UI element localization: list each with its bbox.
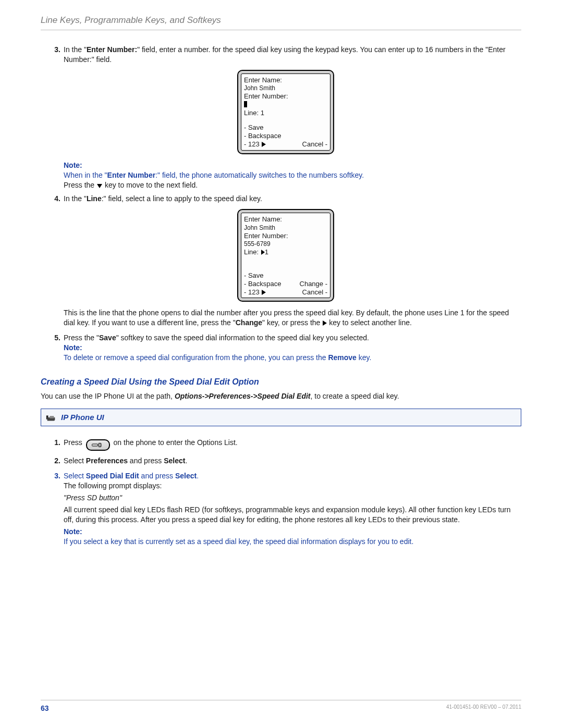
prompt-text: "Press SD button" bbox=[64, 493, 521, 503]
chapter-title: Line Keys, Programmable Keys, and Softke… bbox=[41, 15, 221, 27]
step-body: Select Speed Dial Edit and press Select.… bbox=[64, 471, 521, 546]
line: John Smith bbox=[244, 84, 327, 92]
step-4: 4. In the "Line:" field, select a line t… bbox=[50, 194, 521, 204]
note-text: When in the "Enter Number:" field, the p… bbox=[64, 170, 521, 180]
softkey-row: - Backspace Change - bbox=[244, 280, 327, 288]
svg-rect-1 bbox=[92, 444, 98, 446]
line: Line: 1 bbox=[244, 109, 327, 117]
blue-text: Select Speed Dial Edit and press Select. bbox=[64, 472, 199, 480]
arrow-right-icon bbox=[261, 250, 265, 255]
cursor-row bbox=[244, 101, 327, 109]
step-b2: 2. Select Preferences and press Select. bbox=[50, 456, 521, 466]
step-b3: 3. Select Speed Dial Edit and press Sele… bbox=[50, 471, 521, 546]
step-num: 4. bbox=[50, 194, 60, 204]
options-button-icon bbox=[86, 439, 110, 451]
softkey-cancel: Cancel - bbox=[302, 140, 327, 149]
ip-phone-ui-box: IP Phone UI bbox=[41, 409, 521, 426]
line: Enter Number: bbox=[244, 232, 327, 240]
field-name: Enter Number: bbox=[87, 45, 137, 54]
note-label: Note: bbox=[64, 343, 521, 353]
phone-screen-2: Enter Name: John Smith Enter Number: 555… bbox=[237, 209, 334, 302]
note-text: To delete or remove a speed dial configu… bbox=[64, 353, 521, 363]
step-num: 5. bbox=[50, 333, 60, 363]
text: In the " bbox=[64, 45, 87, 54]
softkey-backspace: - Backspace bbox=[244, 132, 327, 140]
arrow-down-icon bbox=[97, 184, 102, 188]
page: Line Keys, Programmable Keys, and Softke… bbox=[0, 0, 563, 728]
softkey-bottom-row: - 123 Cancel - bbox=[244, 140, 327, 149]
softkey-area: - Save - Backspace - 123 Cancel - bbox=[244, 124, 327, 149]
arrow-right-icon bbox=[262, 290, 266, 295]
note-text: If you select a key that is currently se… bbox=[64, 537, 521, 547]
softkey-backspace: - Backspace bbox=[244, 280, 282, 288]
softkey-change: Change - bbox=[300, 280, 327, 288]
softkey-mode: - 123 bbox=[244, 288, 266, 297]
doc-revision: 41-001451-00 REV00 – 07.2011 bbox=[446, 704, 521, 713]
led-paragraph: All current speed dial key LEDs flash RE… bbox=[64, 505, 521, 525]
note-block: Note: When in the "Enter Number:" field,… bbox=[64, 161, 521, 190]
content-column: 3. In the "Enter Number:" field, enter a… bbox=[50, 45, 521, 547]
line: John Smith bbox=[244, 224, 327, 232]
softkey-cancel: Cancel - bbox=[302, 288, 327, 297]
softkey-mode: - 123 bbox=[244, 140, 266, 149]
subsection-intro: You can use the IP Phone UI at the path,… bbox=[41, 391, 521, 401]
footer: 63 41-001451-00 REV00 – 07.2011 bbox=[41, 700, 521, 713]
line: Enter Name: bbox=[244, 215, 327, 224]
step-body: In the "Enter Number:" field, enter a nu… bbox=[64, 45, 521, 65]
phone-icon bbox=[45, 413, 57, 422]
step-5: 5. Press the "Save" softkey to save the … bbox=[50, 333, 521, 363]
step-b1: 1. Press on the phone to enter the Optio… bbox=[50, 438, 521, 451]
step-num: 3. bbox=[50, 471, 60, 546]
line-row: Line: 1 bbox=[244, 248, 327, 256]
chapter-header: Line Keys, Programmable Keys, and Softke… bbox=[41, 15, 521, 30]
step-body: In the "Line:" field, select a line to a… bbox=[64, 194, 521, 204]
phone-screen-1: Enter Name: John Smith Enter Number: Lin… bbox=[237, 70, 334, 154]
arrow-right-icon bbox=[262, 142, 266, 147]
step-num: 2. bbox=[50, 456, 60, 466]
subsection-heading: Creating a Speed Dial Using the Speed Di… bbox=[41, 376, 521, 388]
line: 555-6789 bbox=[244, 240, 327, 248]
softkey-save: - Save bbox=[244, 272, 327, 280]
following-prompt: The following prompt displays: bbox=[64, 481, 521, 491]
ip-phone-ui-label: IP Phone UI bbox=[61, 412, 104, 423]
step-num: 1. bbox=[50, 438, 60, 451]
press-key-line: Press the key to move to the next field. bbox=[64, 180, 521, 190]
phone-inner: Enter Name: John Smith Enter Number: 555… bbox=[241, 213, 331, 298]
softkey-area: - Save - Backspace Change - - 123 Cancel… bbox=[244, 272, 327, 297]
step-num: 3. bbox=[50, 45, 60, 65]
svg-rect-0 bbox=[50, 416, 54, 419]
line-explanation: This is the line that the phone opens to… bbox=[64, 308, 521, 328]
softkey-save: - Save bbox=[244, 124, 327, 132]
step-body: Press on the phone to enter the Options … bbox=[64, 438, 521, 451]
step-body: Select Preferences and press Select. bbox=[64, 456, 521, 466]
step-body: Press the "Save" softkey to save the spe… bbox=[64, 333, 521, 363]
softkey-bottom-row: - 123 Cancel - bbox=[244, 288, 327, 297]
note-label: Note: bbox=[64, 161, 521, 170]
line: Enter Name: bbox=[244, 76, 327, 84]
cursor-icon bbox=[244, 101, 247, 107]
phone-inner: Enter Name: John Smith Enter Number: Lin… bbox=[241, 73, 331, 151]
page-number: 63 bbox=[41, 704, 49, 713]
step-3: 3. In the "Enter Number:" field, enter a… bbox=[50, 45, 521, 65]
line: Enter Number: bbox=[244, 92, 327, 101]
note-label: Note: bbox=[64, 527, 521, 537]
